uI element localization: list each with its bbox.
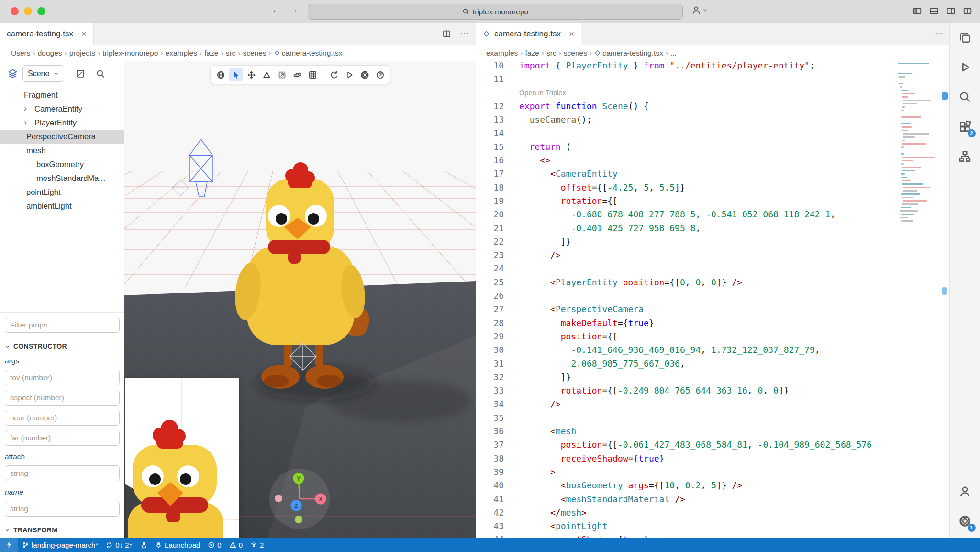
- minimap[interactable]: [898, 61, 946, 538]
- breadcrumb-item[interactable]: examples: [166, 49, 197, 57]
- play-button[interactable]: [342, 68, 356, 81]
- rotate-tool-button[interactable]: [259, 68, 274, 81]
- undo-button[interactable]: [327, 68, 341, 81]
- scene-tree-item-mesh[interactable]: mesh: [0, 144, 124, 158]
- command-center[interactable]: triplex-monorepo: [308, 4, 683, 20]
- activity-bar: 2 1: [949, 23, 980, 538]
- props-section-transform[interactable]: TRANSFORM: [5, 526, 119, 534]
- tab-camera-testing-code[interactable]: camera-testing.tsx ×: [476, 23, 581, 45]
- breadcrumb-item[interactable]: scenes: [564, 49, 587, 57]
- translate-tool-button[interactable]: [244, 68, 258, 81]
- sync-changes-item[interactable]: 0↓ 2↑: [102, 538, 136, 552]
- explorer-icon[interactable]: [950, 23, 980, 52]
- minimize-window-button[interactable]: [24, 7, 32, 15]
- code-line: 33 rotation={[-0.249_804_765_644_363_16,…: [476, 384, 894, 397]
- breadcrumb-item[interactable]: camera-testing.tsx: [594, 49, 663, 57]
- history-back-button[interactable]: ←: [269, 4, 284, 15]
- prop-input-nearnumber[interactable]: [5, 410, 120, 426]
- customize-layout-icon[interactable]: [963, 6, 972, 16]
- scene-dropdown[interactable]: Scene: [22, 65, 64, 82]
- remote-indicator[interactable]: [0, 538, 18, 552]
- testing-item[interactable]: [136, 538, 151, 552]
- extensions-icon[interactable]: 2: [950, 112, 980, 141]
- breadcrumb-item[interactable]: examples: [486, 49, 518, 57]
- code-line: 15 return (: [476, 140, 894, 154]
- scene-tree-item-boxgeometry[interactable]: boxGeometry: [0, 158, 124, 171]
- breadcrumb-item[interactable]: src: [226, 49, 236, 57]
- search-icon[interactable]: [950, 82, 980, 112]
- ports-item[interactable]: 2: [246, 538, 267, 552]
- code-line: 36 <mesh: [476, 425, 894, 438]
- breadcrumb-item[interactable]: faze: [525, 49, 539, 57]
- scale-tool-button[interactable]: [275, 68, 289, 81]
- problems-warnings-item[interactable]: 0: [225, 538, 246, 552]
- breadcrumb-item[interactable]: projects: [69, 49, 95, 57]
- viewport-gizmo[interactable]: Y X Z: [269, 469, 330, 529]
- problems-errors-item[interactable]: 0: [204, 538, 225, 552]
- tab-label: camera-testing.tsx: [494, 29, 561, 39]
- edit-source-icon[interactable]: [76, 69, 85, 79]
- prop-input-fovnumber[interactable]: [5, 370, 120, 385]
- settings-gear-icon[interactable]: 1: [950, 506, 980, 536]
- close-icon[interactable]: ×: [569, 29, 574, 39]
- grid-snap-button[interactable]: [305, 68, 320, 81]
- scene-viewport[interactable]: Y X Z: [124, 61, 476, 538]
- scene-tree-item-pointlight[interactable]: pointLight: [0, 185, 124, 199]
- scene-tree-item-perspectivecamera[interactable]: PerspectiveCamera: [0, 130, 124, 144]
- props-section-constructor[interactable]: CONSTRUCTOR: [5, 342, 119, 350]
- accounts-icon[interactable]: [950, 476, 980, 506]
- prop-input-farnumber[interactable]: [5, 430, 120, 446]
- breadcrumb-item[interactable]: triplex-monorepo: [102, 49, 158, 57]
- minimap-line: [901, 123, 911, 124]
- scene-tree-item-cameraentity[interactable]: CameraEntity: [0, 102, 124, 116]
- git-branch-item[interactable]: landing-page-march*: [18, 538, 102, 552]
- codelens-open-in-triplex[interactable]: Open in Triplex: [476, 86, 894, 100]
- tab-camera-testing-triplex[interactable]: camera-testing.tsx ×: [0, 23, 94, 45]
- breadcrumb-item[interactable]: camera-testing.tsx: [274, 49, 343, 57]
- breadcrumb-item[interactable]: faze: [204, 49, 218, 57]
- prop-input-string[interactable]: [5, 465, 120, 481]
- filter-props-input[interactable]: [5, 317, 120, 333]
- orbit-tool-button[interactable]: [290, 68, 304, 81]
- more-actions-icon[interactable]: [935, 29, 944, 38]
- scene-tree-item-fragment[interactable]: Fragment: [0, 88, 124, 102]
- chevron-right-icon[interactable]: [22, 106, 28, 112]
- scene-tree-item-meshstandardma[interactable]: meshStandardMa...: [0, 171, 124, 185]
- viewport-toolbar: [210, 65, 390, 84]
- minimap-line: [899, 83, 903, 84]
- component-diamond-icon: [274, 50, 280, 56]
- maximize-window-button[interactable]: [37, 7, 45, 15]
- remote-explorer-icon[interactable]: [950, 141, 980, 171]
- traffic-lights: [0, 7, 45, 15]
- toggle-secondary-sidebar-icon[interactable]: [946, 6, 956, 16]
- run-debug-icon[interactable]: [950, 52, 980, 82]
- help-button[interactable]: [373, 68, 387, 81]
- history-forward-button[interactable]: →: [287, 4, 301, 15]
- breadcrumb-item[interactable]: ...: [670, 49, 677, 57]
- launchpad-item[interactable]: Launchpad: [151, 538, 204, 552]
- breadcrumb-item[interactable]: douges: [38, 49, 62, 57]
- breadcrumb-item[interactable]: scenes: [243, 49, 266, 57]
- scene-tree-item-ambientlight[interactable]: ambientLight: [0, 199, 124, 213]
- minimap-line: [902, 197, 913, 198]
- close-window-button[interactable]: [11, 7, 19, 15]
- settings-button[interactable]: [357, 68, 372, 81]
- close-icon[interactable]: ×: [81, 29, 87, 39]
- badge: 1: [968, 524, 976, 532]
- scene-dropdown-label: Scene: [28, 69, 49, 78]
- prop-input-aspectnumber[interactable]: [5, 390, 120, 406]
- select-tool-button[interactable]: [229, 68, 243, 81]
- scene-tree-item-playerentity[interactable]: PlayerEntity: [0, 116, 124, 130]
- split-editor-icon[interactable]: [442, 29, 451, 38]
- toggle-primary-sidebar-icon[interactable]: [913, 6, 922, 16]
- toggle-panel-icon[interactable]: [929, 6, 939, 16]
- space-toggle-button[interactable]: [213, 68, 228, 81]
- breadcrumb-item[interactable]: Users: [11, 49, 30, 57]
- more-actions-icon[interactable]: [460, 29, 469, 38]
- prop-input-string[interactable]: [5, 501, 120, 517]
- profile-menu[interactable]: [691, 5, 708, 15]
- search-icon[interactable]: [96, 69, 105, 79]
- text-editor[interactable]: 10import { PlayerEntity } from "../entit…: [476, 61, 950, 538]
- chevron-right-icon[interactable]: [22, 120, 28, 125]
- breadcrumb-item[interactable]: src: [546, 49, 557, 57]
